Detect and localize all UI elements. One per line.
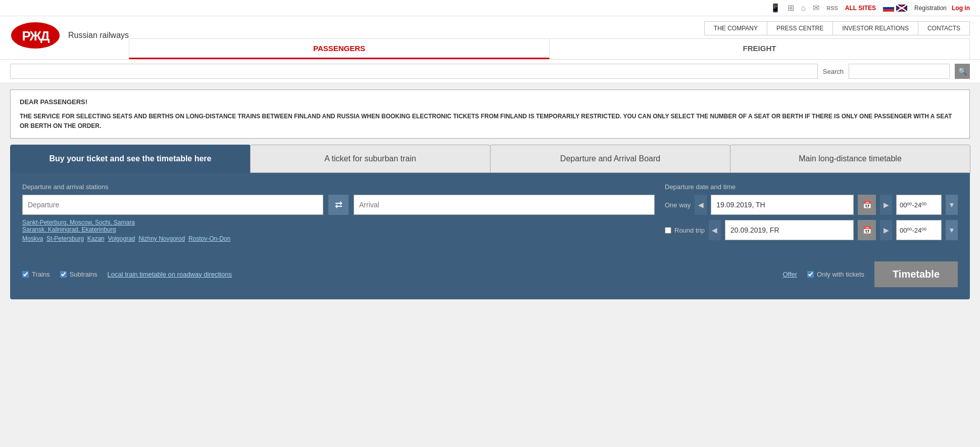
date-section: Departure date and time One way ◀ 📅 ▶ 00… xyxy=(665,183,958,245)
time2-display: 00⁰⁰-24⁰⁰ xyxy=(896,220,942,240)
date2-input[interactable] xyxy=(725,220,854,240)
station-inputs: ⇄ xyxy=(22,195,655,215)
round-trip-label[interactable]: Round trip xyxy=(665,227,705,234)
arr-link-5[interactable]: Rostov-On-Don xyxy=(188,235,230,242)
mobile-icon[interactable]: 📱 xyxy=(770,3,780,13)
tab-buy[interactable]: Buy your ticket and see the timetable he… xyxy=(10,145,251,173)
rss-icon[interactable]: RSS xyxy=(826,5,838,11)
bottom-row: Trains Subtrains Local train timetable o… xyxy=(22,261,958,287)
search-bar: Search 🔍 xyxy=(0,60,980,83)
notice-text: THE SERVICE FOR SELECTING SEATS AND BERT… xyxy=(20,112,960,131)
widget-tabs: Buy your ticket and see the timetable he… xyxy=(10,145,970,173)
one-way-label: One way xyxy=(665,201,691,209)
widget-main-row: Departure and arrival stations ⇄ Sankt-P… xyxy=(22,183,958,245)
tab-freight[interactable]: FREIGHT xyxy=(550,38,970,59)
timetable-button[interactable]: Timetable xyxy=(874,261,958,287)
grid-icon[interactable]: ⊞ xyxy=(788,3,794,13)
rzd-logo[interactable]: РЖД xyxy=(10,21,61,49)
local-timetable-link[interactable]: Local train timetable on roadway directi… xyxy=(108,270,232,279)
only-tickets-check[interactable]: Only with tickets xyxy=(807,271,864,278)
dep-link-moscow[interactable]: Moscow xyxy=(66,219,91,226)
trains-check[interactable]: Trains xyxy=(22,271,50,278)
all-sites-link[interactable]: ALL SITES xyxy=(845,5,876,12)
notice-title: DEAR PASSENGERS! xyxy=(20,97,960,108)
language-flags xyxy=(883,5,907,12)
dep-link-samara[interactable]: Samara xyxy=(110,219,135,226)
dep-link-ekaterinburg[interactable]: Ekaterinburg xyxy=(78,226,116,233)
departure-input[interactable] xyxy=(22,195,323,215)
arrival-input[interactable] xyxy=(354,195,655,215)
time1-expand-button[interactable]: ▼ xyxy=(946,195,958,215)
logo-text: Russian railways xyxy=(68,31,129,40)
utility-icons: 📱 ⊞ ⌂ ✉ RSS ALL SITES xyxy=(770,3,876,13)
registration-link[interactable]: Registration xyxy=(914,5,947,12)
nav-btn-contacts[interactable]: CONTACTS xyxy=(918,21,970,35)
stations-label: Departure and arrival stations xyxy=(22,183,655,191)
home-icon[interactable]: ⌂ xyxy=(801,4,806,13)
logo-area[interactable]: РЖД Russian railways xyxy=(10,21,129,49)
date1-calendar-button[interactable]: 📅 xyxy=(858,195,876,215)
round-trip-row: Round trip ◀ 📅 ▶ 00⁰⁰-24⁰⁰ ▼ xyxy=(665,220,958,240)
stations-section: Departure and arrival stations ⇄ Sankt-P… xyxy=(22,183,655,242)
tab-board[interactable]: Departure and Arrival Board xyxy=(490,145,730,173)
tab-suburban[interactable]: A ticket for suburban train xyxy=(250,145,491,173)
search-button[interactable]: 🔍 xyxy=(955,64,970,79)
mail-icon[interactable]: ✉ xyxy=(813,3,819,13)
nav-btn-company[interactable]: THE COMPANY xyxy=(704,21,767,35)
dep-link-spb[interactable]: Sankt-Peterburg xyxy=(22,219,66,226)
date-label: Departure date and time xyxy=(665,183,958,191)
header-top: РЖД Russian railways THE COMPANY PRESS C… xyxy=(10,21,970,59)
nav-btn-press[interactable]: PRESS CENTRE xyxy=(767,21,833,35)
flag-ru[interactable] xyxy=(883,5,894,12)
login-link[interactable]: Log in xyxy=(952,5,970,12)
offer-link[interactable]: Offer xyxy=(782,271,797,278)
tab-passengers[interactable]: PASSENGERS xyxy=(129,38,550,59)
flag-uk[interactable] xyxy=(896,5,907,12)
dep-link-sochi[interactable]: Sochi xyxy=(91,219,110,226)
swap-button[interactable]: ⇄ xyxy=(328,195,349,215)
one-way-row: One way ◀ 📅 ▶ 00⁰⁰-24⁰⁰ ▼ xyxy=(665,195,958,215)
date1-prev-button[interactable]: ◀ xyxy=(695,195,707,215)
tab-longdist[interactable]: Main long-distance timetable xyxy=(730,145,970,173)
nav-main-tabs: PASSENGERS FREIGHT xyxy=(129,38,970,59)
date2-prev-button[interactable]: ◀ xyxy=(709,220,721,240)
search-label: Search xyxy=(823,68,844,75)
time1-display: 00⁰⁰-24⁰⁰ xyxy=(896,195,942,215)
date1-next-button[interactable]: ▶ xyxy=(880,195,892,215)
auth-links: Registration Log in xyxy=(914,5,970,12)
date1-input[interactable] xyxy=(711,195,854,215)
search-main-input[interactable] xyxy=(10,64,818,79)
departure-links: Sankt-PeterburgMoscowSochiSamara Saransk… xyxy=(22,219,655,233)
only-tickets-checkbox[interactable] xyxy=(807,271,814,278)
date2-calendar-button[interactable]: 📅 xyxy=(858,220,876,240)
right-area: Offer Only with tickets Timetable xyxy=(782,261,958,287)
round-trip-checkbox[interactable] xyxy=(665,227,671,234)
nav-btn-investor[interactable]: INVESTOR RELATIONS xyxy=(832,21,918,35)
widget-body: Departure and arrival stations ⇄ Sankt-P… xyxy=(10,173,970,299)
time2-expand-button[interactable]: ▼ xyxy=(946,220,958,240)
top-bar: 📱 ⊞ ⌂ ✉ RSS ALL SITES Registration Log i… xyxy=(0,0,980,16)
notice-box: DEAR PASSENGERS! THE SERVICE FOR SELECTI… xyxy=(10,90,970,139)
header-nav: THE COMPANY PRESS CENTRE INVESTOR RELATI… xyxy=(129,21,970,59)
arr-link-2[interactable]: Kazan xyxy=(87,235,105,242)
arr-link-0[interactable]: Moskva xyxy=(22,235,43,242)
dep-link-saransk[interactable]: Saransk xyxy=(22,226,44,233)
nav-top-links: THE COMPANY PRESS CENTRE INVESTOR RELATI… xyxy=(705,21,970,35)
header: РЖД Russian railways THE COMPANY PRESS C… xyxy=(0,16,980,60)
checks-area: Trains Subtrains Local train timetable o… xyxy=(22,270,232,279)
svg-text:РЖД: РЖД xyxy=(22,28,50,43)
subtrains-check[interactable]: Subtrains xyxy=(60,271,97,278)
widget-area: Buy your ticket and see the timetable he… xyxy=(10,145,970,299)
trains-checkbox[interactable] xyxy=(22,271,29,278)
subtrains-checkbox[interactable] xyxy=(60,271,67,278)
arr-link-4[interactable]: Nizhny Novgorod xyxy=(138,235,185,242)
search-input[interactable] xyxy=(849,64,950,79)
dep-link-kaliningrad[interactable]: Kaliningrad xyxy=(44,226,78,233)
date2-next-button[interactable]: ▶ xyxy=(880,220,892,240)
arr-link-1[interactable]: St-Petersburg xyxy=(46,235,84,242)
arr-link-3[interactable]: Volgograd xyxy=(108,235,135,242)
